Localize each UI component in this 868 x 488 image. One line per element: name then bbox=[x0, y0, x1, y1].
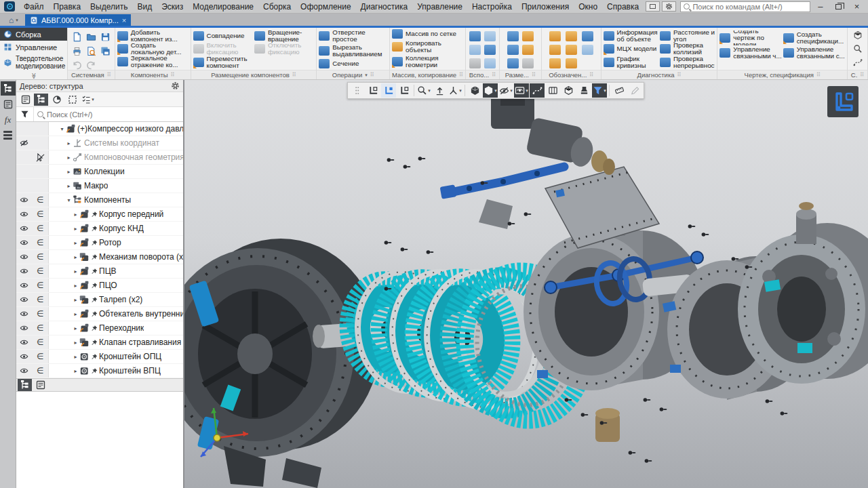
component-refresh-tool-button[interactable] bbox=[852, 57, 864, 68]
aux-axis-button[interactable] bbox=[469, 58, 481, 68]
collision-check-button[interactable]: Проверка коллизий bbox=[660, 43, 715, 56]
tree-panel-tab[interactable] bbox=[1, 81, 16, 96]
aux-plane-button[interactable] bbox=[469, 31, 481, 41]
coincidence-button[interactable]: Совпадение bbox=[193, 29, 253, 43]
menu-select[interactable]: Выделить bbox=[85, 2, 132, 12]
visibility-eye-icon[interactable] bbox=[20, 268, 28, 274]
interface-settings-button[interactable] bbox=[662, 1, 676, 12]
tree-structure-tab[interactable] bbox=[18, 379, 32, 391]
tree-item-coordinate-systems[interactable]: ▸ Системы координат bbox=[16, 136, 183, 150]
tree-settings-gear-icon[interactable] bbox=[171, 81, 180, 90]
clip-planes-button[interactable] bbox=[545, 83, 560, 98]
create-local-part-button[interactable]: Создать локальную дет... bbox=[117, 42, 189, 55]
enable-fixation-button[interactable]: Включить фиксацию bbox=[193, 43, 253, 56]
visibility-eye-icon[interactable] bbox=[20, 367, 28, 374]
notation-tolerance-button[interactable] bbox=[582, 45, 593, 55]
dim-radial-button[interactable] bbox=[507, 45, 519, 55]
dim-diametral-button[interactable] bbox=[522, 45, 534, 55]
notation-datum-button[interactable] bbox=[566, 31, 577, 41]
notation-mark-button[interactable] bbox=[566, 58, 577, 68]
membership-icon[interactable]: ∈ bbox=[33, 250, 49, 264]
notation-base-button[interactable] bbox=[549, 58, 561, 68]
print-button[interactable] bbox=[70, 44, 84, 58]
curvature-graph-button[interactable]: График кривизны bbox=[604, 56, 658, 69]
trajectory-display-button[interactable] bbox=[530, 83, 545, 98]
ghost-display-button[interactable]: ▾ bbox=[514, 83, 529, 98]
tree-item-turnbuckle[interactable]: ∈ ▸ Талреп (x2) bbox=[16, 293, 183, 307]
aux-layers-button[interactable] bbox=[469, 45, 481, 55]
coordinate-triad-button[interactable]: ▾ bbox=[448, 83, 462, 98]
continuity-check-button[interactable]: Проверка непрерывности bbox=[660, 56, 715, 69]
tree-view-flat-button[interactable] bbox=[18, 94, 33, 106]
dim-leader-button[interactable] bbox=[522, 58, 534, 68]
window-layout-button[interactable] bbox=[646, 1, 660, 12]
membership-icon[interactable]: ∈ bbox=[33, 350, 49, 363]
menu-help[interactable]: Справка bbox=[602, 2, 644, 12]
home-button[interactable]: ⌂▾ bbox=[2, 14, 25, 26]
aux-local-cs-button[interactable] bbox=[484, 45, 496, 55]
copy-objects-button[interactable]: Копировать объекты bbox=[392, 40, 463, 54]
tree-item-adapter[interactable]: ∈ ▸ Переходник bbox=[16, 321, 183, 336]
tree-view-assembly-button[interactable] bbox=[50, 94, 64, 106]
menu-drawing[interactable]: Оформление bbox=[296, 2, 355, 12]
tree-view-selection-button[interactable] bbox=[65, 94, 79, 106]
minimize-button[interactable]: – bbox=[812, 1, 829, 12]
visibility-eye-icon[interactable] bbox=[20, 239, 28, 246]
dim-linear-button[interactable] bbox=[507, 31, 519, 41]
hide-objects-button[interactable]: ▾ bbox=[498, 83, 513, 98]
tree-item-rotation-mechanism[interactable]: ∈ ▸ Механизм поворота (x2) bbox=[16, 250, 183, 264]
aux-point-button[interactable] bbox=[484, 58, 496, 68]
tree-item-pcv[interactable]: ∈ ▸ ПЦВ bbox=[16, 264, 183, 279]
membership-icon[interactable]: ∈ bbox=[33, 364, 49, 378]
simple-hole-button[interactable]: Отверстие простое bbox=[319, 29, 387, 43]
tree-search-input[interactable] bbox=[47, 110, 180, 119]
move-component-button[interactable]: Переместить компонент bbox=[193, 56, 253, 69]
tree-item-front-casing[interactable]: ∈ ▸ Корпус передний bbox=[16, 207, 183, 222]
menu-modeling[interactable]: Моделирование bbox=[188, 2, 258, 12]
menu-management[interactable]: Управление bbox=[412, 2, 467, 12]
membership-icon[interactable]: ∈ bbox=[33, 336, 49, 349]
notation-position-button[interactable] bbox=[566, 45, 577, 55]
dim-auto-button[interactable] bbox=[507, 58, 519, 68]
menu-assembly[interactable]: Сборка bbox=[258, 2, 296, 12]
visibility-eye-icon[interactable] bbox=[20, 325, 28, 331]
command-search[interactable] bbox=[680, 1, 810, 12]
create-drawing-button[interactable]: Создать чертеж по модели bbox=[719, 30, 781, 45]
cut-extrude-button[interactable]: Вырезать выдавливанием bbox=[319, 44, 387, 58]
manage-linked-drawings-button[interactable]: Управление связанными ч... bbox=[719, 45, 781, 60]
mass-properties-button[interactable]: МЦХ модели bbox=[604, 43, 658, 56]
visibility-eye-icon[interactable] bbox=[20, 211, 28, 218]
visibility-eye-icon[interactable] bbox=[20, 310, 28, 317]
appearance-mode-button[interactable]: ▾ bbox=[483, 83, 498, 98]
mode-solid-modeling[interactable]: Твердотельное моделирование bbox=[0, 54, 67, 72]
membership-icon[interactable]: ∈ bbox=[33, 193, 49, 207]
tree-item-bleed-valve[interactable]: ∈ ▸ Клапан стравливания (x2) bbox=[16, 336, 183, 350]
notation-marking-button[interactable] bbox=[549, 45, 561, 55]
membership-icon[interactable]: ∈ bbox=[33, 293, 49, 306]
membership-icon[interactable]: ∈ bbox=[33, 236, 49, 249]
tree-item-components[interactable]: ∈ ▾ Компоненты bbox=[16, 193, 183, 207]
orientation-widget[interactable] bbox=[827, 86, 859, 117]
menu-diagnostics[interactable]: Диагностика bbox=[356, 2, 413, 12]
not-selectable-icon[interactable] bbox=[36, 153, 45, 162]
filter-objects-button[interactable]: ▾ bbox=[592, 83, 607, 98]
normal-to-view-button[interactable] bbox=[432, 83, 447, 98]
mode-assembly[interactable]: Сборка bbox=[0, 28, 67, 41]
display-shaded-button[interactable] bbox=[467, 83, 482, 98]
open-button[interactable] bbox=[84, 30, 98, 44]
menu-file[interactable]: Файл bbox=[19, 2, 49, 12]
add-component-button[interactable]: Добавить компонент из... bbox=[117, 29, 189, 42]
visibility-eye-icon[interactable] bbox=[20, 282, 28, 289]
tree-item-inner-fairing[interactable]: ∈ ▸ Обтекатель внутренний bbox=[16, 307, 183, 321]
visibility-eye-icon[interactable] bbox=[20, 225, 28, 232]
menu-applications[interactable]: Приложения bbox=[517, 2, 574, 12]
tree-item-rotor[interactable]: ∈ ▸ Ротор bbox=[16, 236, 183, 250]
variables-panel-tab[interactable]: fx bbox=[1, 113, 16, 127]
new-document-button[interactable] bbox=[70, 30, 84, 44]
membership-icon[interactable]: ∈ bbox=[33, 222, 49, 235]
aux-offset-plane-button[interactable] bbox=[484, 31, 496, 41]
component-search-tool-button[interactable] bbox=[852, 43, 864, 54]
tree-item-macro[interactable]: ▸ Макро bbox=[16, 179, 183, 193]
ribbon-collapse-button[interactable]: ≫ bbox=[0, 72, 67, 79]
menu-edit[interactable]: Правка bbox=[49, 2, 86, 12]
